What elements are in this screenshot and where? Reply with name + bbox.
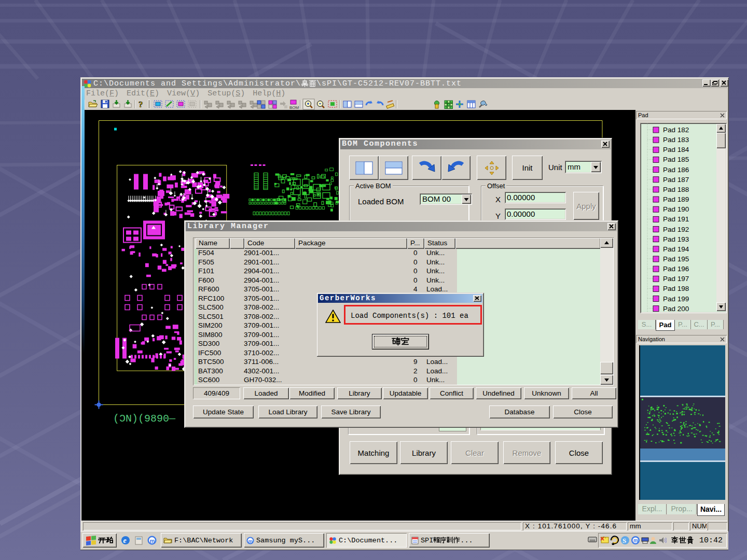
svg-text:Pad 198: Pad 198 xyxy=(663,285,689,292)
svg-text:m: m xyxy=(633,538,638,543)
svg-text:S: S xyxy=(622,537,626,544)
svg-text:Pad 182: Pad 182 xyxy=(663,126,689,134)
svg-text:Pad 200: Pad 200 xyxy=(663,305,689,312)
svg-text:Pad 197: Pad 197 xyxy=(663,275,689,283)
svg-text:Pad 184: Pad 184 xyxy=(663,146,689,153)
svg-text:Pad 189: Pad 189 xyxy=(663,195,689,203)
svg-text:m: m xyxy=(248,538,253,543)
svg-text:Pad 188: Pad 188 xyxy=(663,186,689,193)
svg-text:Pad 185: Pad 185 xyxy=(663,156,689,163)
svg-text:Pad 196: Pad 196 xyxy=(663,265,689,273)
svg-text:BOM: BOM xyxy=(289,105,299,110)
svg-text:Pad 199: Pad 199 xyxy=(663,295,689,303)
svg-text:m: m xyxy=(150,538,155,544)
svg-text:Pad 183: Pad 183 xyxy=(663,136,689,144)
svg-text:(ƆN)(9890—: (ƆN)(9890— xyxy=(113,413,176,425)
svg-text:Pad 194: Pad 194 xyxy=(663,245,689,253)
svg-text:Pad 195: Pad 195 xyxy=(663,255,689,263)
svg-text:Pad 192: Pad 192 xyxy=(663,226,689,233)
svg-text:Pad 190: Pad 190 xyxy=(663,205,689,213)
svg-text:e: e xyxy=(123,537,127,544)
svg-text:?: ? xyxy=(139,100,143,109)
svg-text:Pad 191: Pad 191 xyxy=(663,215,689,223)
svg-text:Pad 186: Pad 186 xyxy=(663,166,689,174)
svg-text:Pad 187: Pad 187 xyxy=(663,176,689,184)
svg-text:Pad 193: Pad 193 xyxy=(663,235,689,243)
